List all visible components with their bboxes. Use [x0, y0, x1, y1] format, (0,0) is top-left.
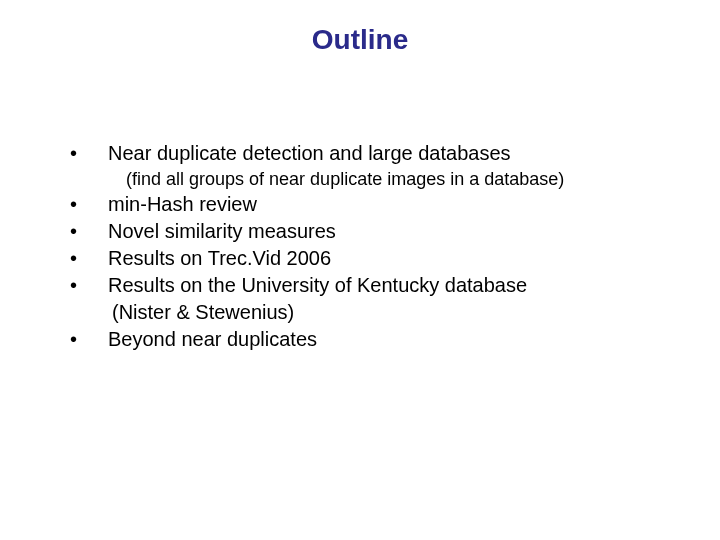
bullet-item-5-cont: (Nister & Stewenius): [70, 299, 680, 326]
slide-body: • Near duplicate detection and large dat…: [70, 140, 680, 353]
bullet-item-5: • Results on the University of Kentucky …: [70, 272, 680, 299]
bullet-icon: •: [70, 272, 108, 299]
slide-title: Outline: [0, 24, 720, 56]
bullet-icon: •: [70, 218, 108, 245]
bullet-subtext: (find all groups of near duplicate image…: [108, 167, 680, 191]
bullet-text-continuation: (Nister & Stewenius): [108, 299, 680, 326]
bullet-item-3: • Novel similarity measures: [70, 218, 680, 245]
bullet-item-1-sub: (find all groups of near duplicate image…: [70, 167, 680, 191]
bullet-icon: •: [70, 140, 108, 167]
slide: Outline • Near duplicate detection and l…: [0, 0, 720, 540]
bullet-item-6: • Beyond near duplicates: [70, 326, 680, 353]
bullet-text: Near duplicate detection and large datab…: [108, 140, 680, 167]
bullet-icon: •: [70, 326, 108, 353]
bullet-text: Novel similarity measures: [108, 218, 680, 245]
bullet-text: Results on the University of Kentucky da…: [108, 272, 680, 299]
bullet-text: min-Hash review: [108, 191, 680, 218]
bullet-item-1: • Near duplicate detection and large dat…: [70, 140, 680, 167]
bullet-text: Beyond near duplicates: [108, 326, 680, 353]
bullet-text: Results on Trec.Vid 2006: [108, 245, 680, 272]
bullet-icon: •: [70, 245, 108, 272]
bullet-icon: •: [70, 191, 108, 218]
bullet-item-2: • min-Hash review: [70, 191, 680, 218]
bullet-item-4: • Results on Trec.Vid 2006: [70, 245, 680, 272]
